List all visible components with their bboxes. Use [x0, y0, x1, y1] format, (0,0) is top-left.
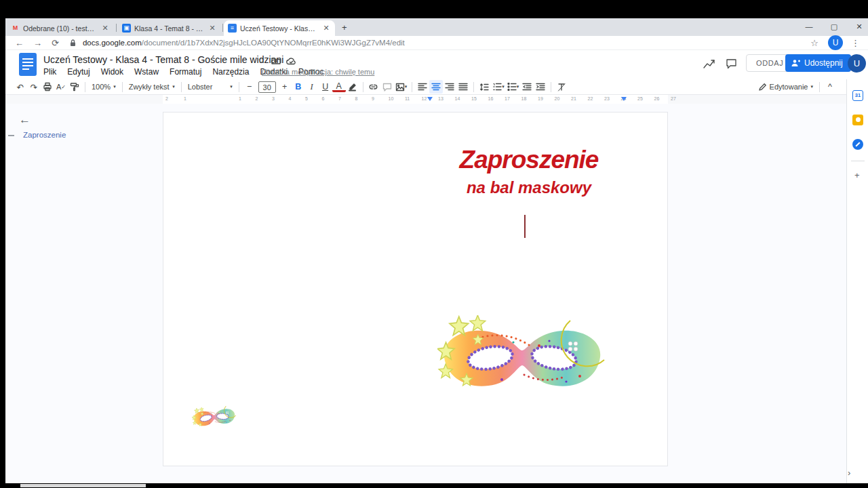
reload-icon[interactable]: ⟳ [52, 38, 59, 48]
ruler-number: 10 [389, 96, 394, 101]
carnival-mask-image-small[interactable] [191, 404, 237, 431]
outline-back-arrow-icon[interactable]: ← [19, 113, 31, 127]
italic-button[interactable]: I [305, 80, 319, 94]
font-size-input[interactable]: 30 [258, 81, 276, 93]
window-minimize-button[interactable]: — [799, 20, 819, 33]
align-center-icon[interactable] [429, 80, 443, 94]
font-size-decrease[interactable]: − [243, 80, 256, 94]
indent-marker[interactable] [427, 97, 433, 101]
carnival-mask-image[interactable] [437, 315, 607, 400]
doc-subheading[interactable]: na bal maskowy [339, 178, 719, 197]
url-text[interactable]: docs.google.com/document/d/1b7XdxN2jsgHJ… [83, 39, 810, 47]
numbered-list-icon[interactable]: ▾ [491, 80, 506, 94]
ruler-number: 2 [256, 96, 258, 101]
ruler-number: 15 [471, 96, 477, 101]
forward-icon[interactable]: → [33, 38, 42, 48]
indent-marker[interactable] [621, 97, 627, 101]
ruler-number: 18 [521, 96, 527, 101]
align-right-icon[interactable] [443, 80, 456, 94]
comment-icon[interactable] [726, 58, 737, 70]
editing-mode-select[interactable]: Edytowanie▾ [755, 83, 816, 92]
print-icon[interactable] [41, 80, 54, 94]
bookmark-star-icon[interactable]: ☆ [810, 38, 818, 48]
justify-icon[interactable] [456, 80, 470, 94]
document-text-block[interactable]: Zaproszenie na bal maskowy [339, 146, 719, 197]
menu-item-5[interactable]: Narzędzia [212, 67, 249, 77]
document-title[interactable]: Uczeń Testowy - Klasa 4 - Temat 8 - Gośc… [43, 54, 283, 65]
calendar-icon[interactable]: 31 [852, 90, 863, 101]
menu-item-3[interactable]: Wstaw [134, 67, 159, 77]
tab-docs-active[interactable]: ≡ Uczeń Testowy - Klasa 4 - Temat ✕ [224, 20, 335, 36]
tasks-icon[interactable] [852, 139, 863, 150]
underline-button[interactable]: U [319, 80, 332, 94]
keep-icon[interactable] [852, 115, 863, 125]
cloud-saved-icon[interactable] [286, 58, 296, 65]
window-close-button[interactable]: ✕ [849, 20, 868, 33]
back-icon[interactable]: ← [15, 38, 24, 48]
ruler-number: 26 [654, 96, 660, 101]
highlight-color-button[interactable] [346, 80, 359, 94]
paint-format-icon[interactable] [68, 80, 81, 94]
document-canvas-area: ← Zaproszenie Zaproszenie na bal maskowy [5, 104, 846, 483]
font-select[interactable]: Lobster▾ [185, 83, 235, 91]
docs-toolbar: ↶ ↷ A✓ 100%▾ Zwykły tekst▾ Lobster▾ − 30… [5, 79, 846, 95]
google-side-panel: 31 + [846, 79, 868, 483]
tab-title: Uczeń Testowy - Klasa 4 - Temat [240, 24, 318, 33]
close-icon[interactable]: ✕ [100, 24, 110, 33]
spellcheck-icon[interactable]: A✓ [54, 80, 68, 94]
close-icon[interactable]: ✕ [208, 24, 217, 33]
share-button[interactable]: Udostępnij [785, 54, 851, 72]
chevron-down-icon: ▾ [405, 84, 408, 89]
tab-gmail[interactable]: M Odebrane (10) - testowy.uczen@ ✕ [7, 20, 114, 36]
gmail-icon: M [11, 24, 20, 33]
increase-indent-icon[interactable] [534, 80, 547, 94]
menu-item-0[interactable]: Plik [43, 67, 56, 77]
new-tab-button[interactable]: + [342, 22, 347, 33]
menu-item-1[interactable]: Edytuj [67, 67, 90, 77]
browser-menu-icon[interactable]: ⋮ [851, 38, 860, 48]
last-edit-link[interactable]: Ostatnia modyfikacja: chwilę temu [262, 68, 374, 76]
ruler-number: 16 [488, 96, 494, 101]
doc-heading[interactable]: Zaproszenie [339, 146, 719, 174]
window-maximize-button[interactable]: ▢ [824, 20, 844, 33]
font-size-increase[interactable]: + [278, 80, 292, 94]
stats-icon[interactable] [703, 58, 715, 70]
ruler-number: 20 [555, 96, 560, 101]
insert-link-icon[interactable] [367, 80, 380, 94]
menu-item-4[interactable]: Formatuj [170, 67, 201, 77]
browser-address-bar: ← → ⟳ docs.google.com/document/d/1b7XdxN… [5, 36, 868, 50]
lock-icon [70, 39, 76, 47]
clear-formatting-icon[interactable] [555, 80, 568, 94]
outline-item-zaproszenie[interactable]: Zaproszenie [23, 131, 66, 139]
line-spacing-icon[interactable] [477, 80, 491, 94]
chevron-down-icon: ▾ [517, 84, 519, 89]
add-comment-icon[interactable] [380, 80, 394, 94]
ruler-number: 3 [272, 96, 275, 101]
redo-icon[interactable]: ↷ [27, 80, 41, 94]
docs-profile-avatar[interactable]: U [848, 54, 866, 73]
bulleted-list-icon[interactable]: ▾ [506, 80, 521, 94]
side-panel-collapse-chevron[interactable]: › [848, 468, 850, 478]
browser-profile-avatar[interactable]: U [828, 35, 843, 50]
tab-classroom[interactable]: ▣ Klasa 4 - Temat 8 - Goście mile w ✕ [118, 20, 221, 36]
horizontal-ruler[interactable]: 2112345678910111213141516171819202122232… [5, 95, 846, 104]
star-icon[interactable]: ☆ [258, 56, 265, 65]
menu-item-2[interactable]: Widok [101, 67, 123, 77]
align-left-icon[interactable] [416, 80, 429, 94]
outline-collapse-dash[interactable] [8, 135, 14, 136]
get-addons-button[interactable]: + [854, 170, 860, 180]
ruler-number: 7 [338, 96, 341, 101]
zoom-select[interactable]: 100%▾ [89, 83, 119, 91]
bold-button[interactable]: B [292, 80, 305, 94]
hide-menus-button[interactable]: ^ [823, 80, 837, 94]
paragraph-style-select[interactable]: Zwykły tekst▾ [126, 83, 178, 91]
ruler-number: 2 [165, 96, 168, 101]
move-folder-icon[interactable] [271, 57, 281, 65]
text-color-button[interactable]: A [332, 81, 346, 92]
close-icon[interactable]: ✕ [321, 24, 331, 33]
decrease-indent-icon[interactable] [520, 80, 534, 94]
ruler-number: 11 [405, 96, 410, 101]
undo-icon[interactable]: ↶ [14, 80, 27, 94]
insert-image-icon[interactable]: ▾ [394, 80, 409, 94]
side-panel-divider [851, 161, 865, 161]
